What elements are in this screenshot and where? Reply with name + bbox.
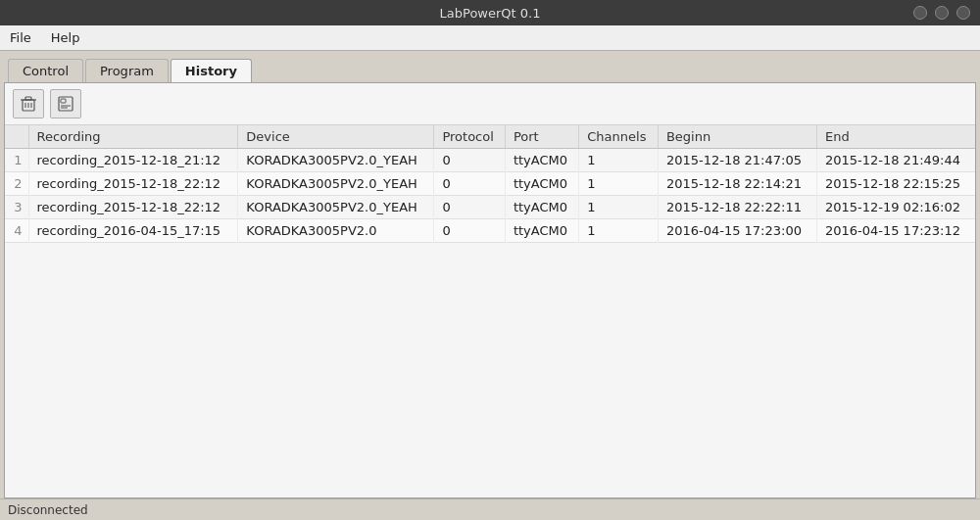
menu-file[interactable]: File bbox=[6, 29, 35, 46]
col-header-beginn: Beginn bbox=[658, 125, 816, 149]
cell-protocol: 0 bbox=[434, 219, 506, 243]
maximize-button[interactable] bbox=[935, 6, 949, 20]
cell-port: ttyACM0 bbox=[505, 196, 578, 219]
cell-recording: recording_2016-04-15_17:15 bbox=[28, 219, 238, 243]
svg-rect-2 bbox=[25, 97, 31, 100]
col-header-end: End bbox=[816, 125, 975, 149]
cell-beginn: 2016-04-15 17:23:00 bbox=[658, 219, 816, 243]
cell-channels: 1 bbox=[579, 196, 659, 219]
tab-program[interactable]: Program bbox=[85, 59, 169, 82]
table-row[interactable]: 1 recording_2015-12-18_21:12 KORADKA3005… bbox=[5, 149, 975, 172]
col-header-num bbox=[5, 125, 28, 149]
cell-num: 1 bbox=[5, 149, 28, 172]
cell-port: ttyACM0 bbox=[505, 149, 578, 172]
cell-num: 4 bbox=[5, 219, 28, 243]
cell-channels: 1 bbox=[579, 219, 659, 243]
toolbar bbox=[5, 83, 975, 125]
history-table-container[interactable]: Recording Device Protocol Port Channels … bbox=[5, 125, 975, 497]
tab-history[interactable]: History bbox=[171, 59, 252, 82]
trash-icon bbox=[20, 95, 37, 113]
tabbar: Control Program History bbox=[0, 51, 980, 82]
app-title: LabPowerQt 0.1 bbox=[440, 6, 541, 21]
cell-end: 2015-12-18 22:15:25 bbox=[816, 172, 975, 196]
cell-protocol: 0 bbox=[434, 172, 506, 196]
history-table: Recording Device Protocol Port Channels … bbox=[5, 125, 975, 243]
cell-recording: recording_2015-12-18_21:12 bbox=[28, 149, 238, 172]
titlebar: LabPowerQt 0.1 bbox=[0, 0, 980, 25]
cell-device: KORADKA3005PV2.0_YEAH bbox=[238, 172, 434, 196]
svg-rect-7 bbox=[61, 99, 66, 103]
minimize-button[interactable] bbox=[913, 6, 927, 20]
cell-end: 2015-12-19 02:16:02 bbox=[816, 196, 975, 219]
cell-protocol: 0 bbox=[434, 149, 506, 172]
cell-recording: recording_2015-12-18_22:12 bbox=[28, 196, 238, 219]
cell-device: KORADKA3005PV2.0 bbox=[238, 219, 434, 243]
tab-control[interactable]: Control bbox=[8, 59, 83, 82]
cell-device: KORADKA3005PV2.0_YEAH bbox=[238, 149, 434, 172]
cell-channels: 1 bbox=[579, 172, 659, 196]
cell-beginn: 2015-12-18 22:14:21 bbox=[658, 172, 816, 196]
table-row[interactable]: 3 recording_2015-12-18_22:12 KORADKA3005… bbox=[5, 196, 975, 219]
col-header-device: Device bbox=[238, 125, 434, 149]
cell-beginn: 2015-12-18 21:47:05 bbox=[658, 149, 816, 172]
menubar: File Help bbox=[0, 25, 980, 51]
cell-channels: 1 bbox=[579, 149, 659, 172]
menu-help[interactable]: Help bbox=[47, 29, 84, 46]
table-row[interactable]: 2 recording_2015-12-18_22:12 KORADKA3005… bbox=[5, 172, 975, 196]
cell-beginn: 2015-12-18 22:22:11 bbox=[658, 196, 816, 219]
close-button[interactable] bbox=[956, 6, 970, 20]
cell-num: 3 bbox=[5, 196, 28, 219]
cell-protocol: 0 bbox=[434, 196, 506, 219]
cell-device: KORADKA3005PV2.0_YEAH bbox=[238, 196, 434, 219]
cell-port: ttyACM0 bbox=[505, 172, 578, 196]
statusbar: Disconnected bbox=[0, 498, 980, 520]
cell-end: 2015-12-18 21:49:44 bbox=[816, 149, 975, 172]
col-header-channels: Channels bbox=[579, 125, 659, 149]
table-header-row: Recording Device Protocol Port Channels … bbox=[5, 125, 975, 149]
status-text: Disconnected bbox=[8, 503, 88, 517]
export-icon bbox=[57, 95, 74, 113]
col-header-port: Port bbox=[505, 125, 578, 149]
cell-end: 2016-04-15 17:23:12 bbox=[816, 219, 975, 243]
cell-recording: recording_2015-12-18_22:12 bbox=[28, 172, 238, 196]
col-header-recording: Recording bbox=[28, 125, 238, 149]
main-content: Recording Device Protocol Port Channels … bbox=[4, 82, 976, 498]
table-row[interactable]: 4 recording_2016-04-15_17:15 KORADKA3005… bbox=[5, 219, 975, 243]
delete-button[interactable] bbox=[13, 89, 44, 118]
cell-port: ttyACM0 bbox=[505, 219, 578, 243]
export-button[interactable] bbox=[50, 89, 81, 118]
cell-num: 2 bbox=[5, 172, 28, 196]
col-header-protocol: Protocol bbox=[434, 125, 506, 149]
window-controls bbox=[913, 6, 970, 20]
